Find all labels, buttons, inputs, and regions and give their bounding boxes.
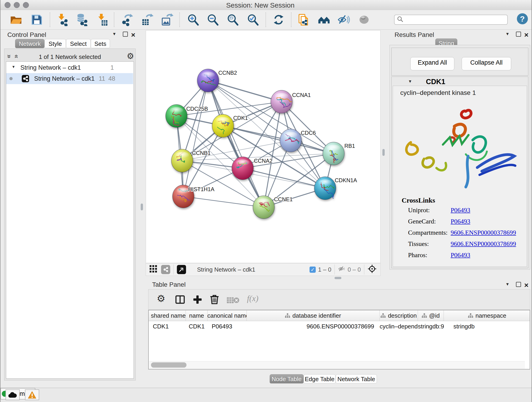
refresh-icon[interactable]	[272, 13, 285, 26]
collapse-gene-icon[interactable]: ▼	[408, 79, 412, 84]
table-panel-close-icon[interactable]: ×	[524, 283, 529, 287]
zoom-window-button[interactable]	[23, 2, 29, 8]
column-header-canonical-name[interactable]: canonical name	[208, 310, 247, 321]
crosslink-link[interactable]: P06493	[451, 206, 470, 214]
node-CCNB1[interactable]	[171, 149, 193, 172]
control-panel-close-icon[interactable]: ×	[131, 32, 135, 37]
results-panel-maximize-icon[interactable]	[516, 32, 521, 37]
column-header-name[interactable]: name	[186, 310, 208, 321]
export-table-icon[interactable]	[141, 13, 153, 26]
node-CCNE1[interactable]	[253, 196, 274, 219]
node-CDC25B[interactable]	[166, 104, 187, 128]
results-panel-close-icon[interactable]: ×	[524, 32, 529, 37]
column-header-description[interactable]: description	[380, 310, 418, 321]
node-CCNA1[interactable]	[271, 90, 292, 113]
column-header-database-identifier[interactable]: database identifier	[247, 310, 380, 321]
node-RB1[interactable]	[323, 142, 344, 165]
zoom-in-icon[interactable]	[187, 13, 200, 26]
table-scrollbar-thumb[interactable]	[151, 362, 186, 368]
tab-sets[interactable]: Sets	[91, 39, 110, 48]
export-network-icon[interactable]	[121, 13, 133, 26]
grid-view-icon[interactable]	[149, 265, 157, 274]
tab-style[interactable]: Style	[44, 39, 66, 48]
node-CCNB2[interactable]	[197, 69, 219, 92]
tab-network[interactable]: Network	[15, 39, 44, 48]
node-CCNA2[interactable]	[232, 157, 253, 180]
show-columns-icon[interactable]	[175, 294, 185, 306]
fit-content-crosshair-icon[interactable]	[367, 264, 377, 275]
hidden-count: 0 – 0	[348, 266, 361, 273]
close-window-button[interactable]	[5, 2, 11, 8]
add-column-icon[interactable]	[192, 294, 203, 306]
node-label-CDKN1A: CDKN1A	[335, 177, 357, 183]
crosslink-link[interactable]: 9606.ENSP00000378699	[451, 240, 516, 248]
results-panel-float-icon[interactable]: ▼	[505, 32, 510, 36]
detach-view-icon[interactable]	[177, 265, 186, 274]
clone-network-icon[interactable]	[298, 13, 310, 26]
cloud-button[interactable]	[6, 389, 20, 400]
column-header-shared-name[interactable]: shared name	[149, 310, 186, 321]
column-header-namespace[interactable]: namespace	[444, 310, 530, 321]
collapse-all-button[interactable]: Collapse All	[462, 57, 511, 70]
crosslinks-title: CrossLinks	[402, 196, 435, 204]
node-CDK1[interactable]	[212, 114, 234, 137]
import-network-icon[interactable]	[56, 13, 69, 26]
network-node-count: 11	[99, 75, 105, 82]
column-header-@id[interactable]: @id	[418, 310, 444, 321]
tab-select[interactable]: Select	[66, 39, 91, 48]
hide-selected-icon[interactable]	[337, 13, 350, 26]
import-network-database-icon[interactable]	[76, 13, 89, 26]
crosslink-label: Uniprot:	[408, 206, 451, 214]
open-session-icon[interactable]	[10, 13, 22, 26]
help-button[interactable]: ?	[517, 13, 528, 24]
network-canvas[interactable]: CCNB2CCNA1CDC25BCDK1CDC6RB1CCNB1CCNA2CDK…	[146, 30, 380, 263]
network-options-gear-icon[interactable]: ⚙	[127, 52, 134, 60]
left-splitter-handle[interactable]	[141, 204, 143, 211]
crosslink-link[interactable]: P06493	[451, 251, 470, 259]
network-row-selected[interactable]: String Network – cdk1 11 48	[6, 73, 133, 84]
zoom-out-icon[interactable]	[206, 13, 219, 26]
crosslink-link[interactable]: 9606.ENSP00000378699	[451, 229, 516, 236]
table-options-gear-icon[interactable]: ⚙	[157, 294, 165, 303]
crosslink-link[interactable]: P06493	[451, 218, 470, 225]
bottom-splitter-handle[interactable]	[335, 277, 341, 279]
selected-nodes-checkbox[interactable]: ✓	[310, 267, 316, 273]
table-panel-float-icon[interactable]: ▼	[505, 282, 510, 287]
window-title: Session: New Session	[226, 1, 294, 9]
search-input[interactable]	[406, 16, 507, 24]
first-neighbors-icon[interactable]	[317, 13, 330, 26]
save-session-icon[interactable]	[30, 13, 43, 26]
warnings-button[interactable]	[25, 389, 39, 400]
toolbar-separator	[364, 264, 364, 274]
table-cell-database-identifier: 9606.ENSP00000378699	[247, 321, 380, 332]
tab-node-table[interactable]: Node Table	[270, 374, 304, 383]
tab-edge-table[interactable]: Edge Table	[304, 374, 336, 383]
show-all-icon[interactable]	[358, 13, 370, 26]
string-app-icon	[22, 75, 29, 82]
clear-table-icon[interactable]	[227, 296, 240, 305]
table-panel-maximize-icon[interactable]	[516, 282, 521, 287]
warning-icon	[28, 391, 36, 399]
node-CDC6[interactable]	[280, 129, 302, 152]
table-row[interactable]: CDK1CDK1P064939606.ENSP00000378699cyclin…	[149, 321, 530, 332]
zoom-selected-icon[interactable]	[247, 13, 259, 26]
import-table-icon[interactable]	[96, 13, 109, 26]
delete-column-icon[interactable]	[209, 294, 220, 306]
network-share-view-icon[interactable]	[161, 265, 170, 274]
minimize-window-button[interactable]	[14, 2, 20, 8]
table-horizontal-scrollbar[interactable]	[149, 361, 525, 369]
expand-all-button[interactable]: Expand All	[410, 57, 454, 70]
zoom-fit-icon[interactable]	[226, 13, 239, 26]
tab-network-table[interactable]: Network Table	[336, 374, 377, 383]
collapse-collection-icon[interactable]: ▼	[12, 65, 15, 69]
main-toolbar: ?	[0, 10, 532, 30]
hidden-eye-icon[interactable]	[338, 265, 346, 274]
control-panel-float-icon[interactable]: ▼	[112, 32, 116, 36]
function-builder-icon[interactable]: f(x)	[247, 294, 259, 303]
export-image-icon[interactable]	[161, 13, 173, 26]
gene-details: cyclin–dependent kinase 1 CrossLinks Uni…	[393, 86, 527, 267]
node-CDKN1A[interactable]	[314, 177, 336, 200]
control-panel-maximize-icon[interactable]	[123, 32, 128, 37]
network-collection-row[interactable]: ▼ String Network – cdk1 1	[6, 62, 133, 73]
right-splitter-handle[interactable]	[382, 149, 385, 156]
